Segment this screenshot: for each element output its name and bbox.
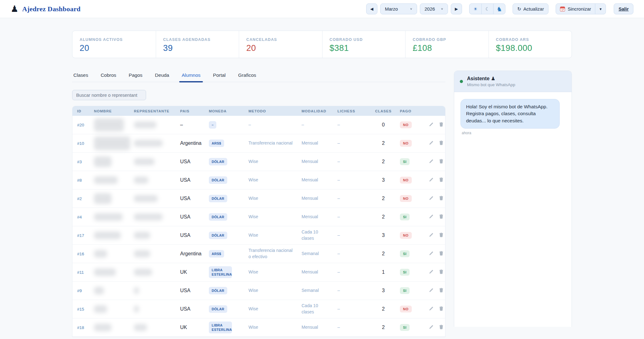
table-row: #15USADÓLARWiseCada 10 clases–2NO — [72, 300, 445, 318]
delete-student-button[interactable] — [438, 287, 444, 294]
edit-student-button[interactable] — [428, 140, 434, 146]
pencil-icon — [429, 324, 434, 331]
country-value: Argentina — [180, 251, 202, 256]
pencil-icon — [429, 251, 434, 257]
pencil-icon — [429, 122, 434, 128]
student-id-link[interactable]: #20 — [77, 123, 84, 127]
delete-student-button[interactable] — [438, 159, 444, 165]
redacted-student-name — [94, 232, 121, 239]
student-id-link[interactable]: #11 — [77, 270, 84, 275]
payment-status-badge: NO — [400, 306, 412, 312]
currency-badge: ARS$ — [209, 140, 224, 147]
stat-label: COBRADO USD — [330, 37, 406, 42]
classes-count: 3 — [382, 177, 385, 183]
edit-student-button[interactable] — [428, 306, 434, 312]
payment-method-value: Wise — [248, 269, 258, 275]
delete-student-button[interactable] — [438, 177, 444, 183]
student-id-link[interactable]: #15 — [77, 307, 84, 312]
prev-month-button[interactable]: ◀ — [366, 3, 377, 14]
dark-theme-button[interactable]: ☾ — [481, 4, 493, 14]
tab-portal[interactable]: Portal — [212, 71, 226, 82]
edit-student-button[interactable] — [428, 287, 434, 294]
student-id-link[interactable]: #3 — [77, 160, 82, 164]
year-select[interactable]: 2026 ∨ — [420, 3, 448, 14]
refresh-icon: ↻ — [517, 6, 521, 12]
tab-graficos[interactable]: Graficos — [238, 71, 257, 82]
calendar-icon: 17 — [560, 7, 565, 12]
edit-student-button[interactable] — [428, 195, 434, 202]
student-id-link[interactable]: #2 — [77, 196, 82, 201]
tab-cobros[interactable]: Cobros — [100, 71, 117, 82]
currency-badge: DÓLAR — [209, 195, 227, 202]
edit-student-button[interactable] — [428, 324, 434, 331]
stat-card: CLASES AGENDADAS39 — [156, 31, 239, 58]
student-id-link[interactable]: #10 — [77, 141, 84, 146]
tab-clases[interactable]: Clases — [73, 71, 89, 82]
edit-student-button[interactable] — [428, 159, 434, 165]
country-value: – — [180, 122, 183, 127]
payment-status-badge: NO — [400, 232, 412, 239]
delete-student-button[interactable] — [438, 232, 444, 238]
redacted-representative-name — [134, 195, 158, 202]
light-theme-button[interactable]: ☀ — [469, 4, 481, 14]
modality-value: Semanal — [302, 251, 319, 257]
sync-button-label: Sincronizar — [568, 6, 591, 12]
redacted-representative-name — [134, 269, 152, 276]
delete-student-button[interactable] — [438, 251, 444, 257]
student-id-link[interactable]: #18 — [77, 325, 84, 330]
delete-student-button[interactable] — [438, 122, 444, 128]
delete-student-button[interactable] — [438, 269, 444, 275]
logout-button[interactable]: Salir — [614, 3, 633, 14]
table-row: #20–––––0NO — [72, 116, 445, 134]
edit-student-button[interactable] — [428, 214, 434, 220]
delete-student-button[interactable] — [438, 306, 444, 312]
chess-theme-button[interactable]: ♞ — [493, 4, 505, 14]
payment-method-value: Transferencia nacional — [248, 140, 293, 146]
search-input[interactable] — [72, 90, 146, 100]
lichess-value: – — [337, 159, 340, 165]
month-select[interactable]: Marzo ∨ — [380, 3, 417, 14]
student-id-link[interactable]: #8 — [77, 178, 82, 183]
student-id-link[interactable]: #9 — [77, 288, 82, 293]
refresh-button[interactable]: ↻ Actualizar — [513, 3, 548, 14]
student-id-link[interactable]: #16 — [77, 252, 84, 256]
student-id-link[interactable]: #17 — [77, 233, 84, 238]
column-header-nombre: NOMBRE — [90, 109, 130, 113]
lichess-value: – — [337, 306, 340, 312]
tab-pagos[interactable]: Pagos — [128, 71, 143, 82]
trash-icon — [439, 195, 444, 202]
currency-badge: LIBRA ESTERLINA — [209, 266, 232, 278]
redacted-representative-name — [134, 250, 150, 257]
edit-student-button[interactable] — [428, 122, 434, 128]
tab-deuda[interactable]: Deuda — [154, 71, 170, 82]
table-row: #2USADÓLARWiseMensual–2NO — [72, 189, 445, 208]
sync-dropdown-button[interactable]: ▼ — [595, 4, 606, 14]
tab-alumnos[interactable]: Alumnos — [181, 71, 201, 82]
student-id-link[interactable]: #4 — [77, 215, 82, 219]
logout-button-label: Salir — [618, 6, 629, 12]
delete-student-button[interactable] — [438, 140, 444, 146]
trash-icon — [439, 287, 444, 294]
table-row: #17USADÓLARWiseCada 10 clases–3NO — [72, 226, 445, 245]
trash-icon — [439, 214, 444, 220]
payment-method-value: Wise — [248, 232, 258, 238]
payment-status-badge: NO — [400, 177, 412, 184]
next-month-button[interactable]: ▶ — [451, 3, 462, 14]
modality-value: Mensual — [302, 195, 318, 202]
year-select-value: 2026 — [425, 6, 435, 12]
redacted-representative-name — [134, 306, 139, 312]
trash-icon — [439, 159, 444, 165]
sync-button[interactable]: 17 Sincronizar — [556, 4, 595, 14]
edit-student-button[interactable] — [428, 177, 434, 183]
table-row: #16ArgentinaARS$Transferencia nacional o… — [72, 245, 445, 263]
redacted-student-name — [94, 193, 111, 204]
sun-icon: ☀ — [473, 6, 477, 12]
delete-student-button[interactable] — [438, 324, 444, 331]
redacted-student-name — [94, 176, 118, 184]
delete-student-button[interactable] — [438, 195, 444, 202]
edit-student-button[interactable] — [428, 269, 434, 275]
delete-student-button[interactable] — [438, 214, 444, 220]
edit-student-button[interactable] — [428, 232, 434, 238]
pencil-icon — [429, 306, 434, 312]
edit-student-button[interactable] — [428, 251, 434, 257]
